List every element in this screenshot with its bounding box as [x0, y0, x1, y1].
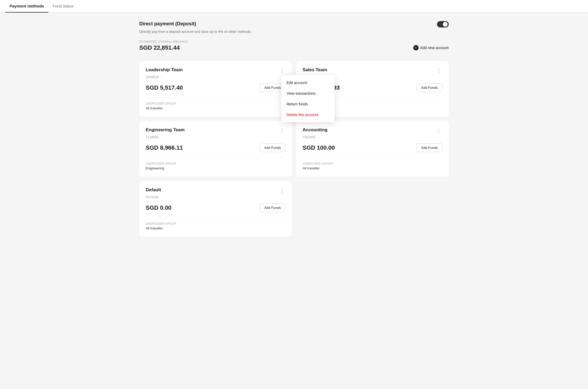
- add-funds-button-default[interactable]: Add Funds: [260, 203, 285, 212]
- card-header-engineering: Engineering Team ⋮: [146, 127, 285, 134]
- add-account-label: Add new account: [420, 46, 449, 50]
- card-divider-default: [146, 217, 285, 218]
- dropdown-item-return-funds[interactable]: Return funds: [281, 99, 335, 109]
- plus-circle-icon: +: [413, 45, 419, 50]
- section-title: Direct payment (Deposit): [139, 21, 196, 27]
- card-amount-row-leadership: SGD 5,517.40 Add Funds: [146, 83, 285, 92]
- card-amount-row-default: SGD 0.00 Add Funds: [146, 203, 285, 212]
- balance-row: ESTIMATED OVERALL BALANCE SGD 22,851.44 …: [139, 40, 449, 55]
- balance-label: ESTIMATED OVERALL BALANCE: [139, 40, 188, 43]
- dropdown-item-edit-account[interactable]: Edit account: [281, 77, 335, 88]
- tabs-bar: Payment methods Fund status: [0, 0, 588, 13]
- card-name-leadership: Leadership Team: [146, 67, 183, 73]
- card-footer-value-engineering: Engineering: [146, 166, 285, 170]
- deposit-toggle[interactable]: [437, 21, 449, 27]
- add-funds-button-accounting[interactable]: Add Funds: [416, 143, 442, 152]
- card-name-accounting: Accounting: [303, 127, 328, 133]
- account-card-leadership-team: Leadership Team ⋮ Edit account View tran…: [139, 61, 292, 117]
- section-header: Direct payment (Deposit): [139, 21, 449, 27]
- card-footer-value-accounting: All traveller: [303, 166, 442, 170]
- card-footer-label-leadership: USER/USER GROUP: [146, 102, 285, 105]
- card-amount-engineering: SGD 8,966.11: [146, 144, 183, 151]
- card-id-engineering: T134509: [146, 135, 285, 139]
- card-id-default: S374100: [146, 195, 285, 199]
- tab-payment-methods[interactable]: Payment methods: [5, 0, 48, 13]
- card-id-leadership: Q306819: [146, 75, 285, 79]
- card-footer-label-default: USER/USER GROUP: [146, 222, 285, 225]
- tab-fund-status[interactable]: Fund status: [48, 0, 78, 13]
- card-name-sales: Sales Team: [303, 67, 327, 73]
- balance-section: ESTIMATED OVERALL BALANCE SGD 22,851.44: [139, 40, 188, 51]
- card-header-accounting: Accounting ⋮: [303, 127, 442, 134]
- account-card-engineering-team: Engineering Team ⋮ T134509 SGD 8,966.11 …: [139, 121, 292, 177]
- card-footer-value-default: All traveller: [146, 226, 285, 230]
- card-amount-accounting: SGD 100.00: [303, 144, 335, 151]
- account-card-default: Default ⋮ S374100 SGD 0.00 Add Funds USE…: [139, 181, 292, 237]
- add-funds-button-sales[interactable]: Add Funds: [416, 83, 442, 92]
- card-divider-engineering: [146, 157, 285, 158]
- menu-button-default[interactable]: ⋮: [279, 187, 285, 194]
- card-name-engineering: Engineering Team: [146, 127, 185, 133]
- add-funds-button-engineering[interactable]: Add Funds: [260, 143, 285, 152]
- dropdown-item-delete-account[interactable]: Delete this account: [281, 109, 335, 120]
- accounts-grid: Leadership Team ⋮ Edit account View tran…: [139, 61, 449, 237]
- card-name-default: Default: [146, 187, 161, 193]
- menu-button-leadership[interactable]: ⋮: [279, 67, 285, 74]
- add-account-button[interactable]: + Add new account: [413, 45, 449, 50]
- dropdown-item-view-transactions[interactable]: View transactions: [281, 88, 335, 99]
- card-header-sales: Sales Team ⋮: [303, 67, 442, 74]
- card-divider-leadership: [146, 97, 285, 98]
- card-amount-leadership: SGD 5,517.40: [146, 84, 183, 91]
- menu-button-sales[interactable]: ⋮: [435, 67, 442, 74]
- balance-amount: SGD 22,851.44: [139, 44, 188, 51]
- account-card-accounting: Accounting ⋮ Y912692 SGD 100.00 Add Fund…: [296, 121, 449, 177]
- card-menu-wrapper-leadership: ⋮ Edit account View transactions Return …: [279, 67, 285, 74]
- menu-button-engineering[interactable]: ⋮: [279, 127, 285, 134]
- card-footer-label-accounting: USER/USER GROUP: [303, 162, 442, 165]
- card-footer-value-leadership: All traveller: [146, 106, 285, 110]
- menu-button-accounting[interactable]: ⋮: [435, 127, 442, 134]
- section-description: Directly pay from a deposit account and …: [139, 30, 449, 34]
- card-amount-row-engineering: SGD 8,966.11 Add Funds: [146, 143, 285, 152]
- card-divider-accounting: [303, 157, 442, 158]
- card-footer-label-engineering: USER/USER GROUP: [146, 162, 285, 165]
- dropdown-menu-leadership: Edit account View transactions Return fu…: [281, 75, 335, 122]
- main-content: Direct payment (Deposit) Directly pay fr…: [134, 13, 454, 245]
- card-header-leadership: Leadership Team ⋮ Edit account View tran…: [146, 67, 285, 74]
- card-id-accounting: Y912692: [303, 135, 442, 139]
- card-amount-default: SGD 0.00: [146, 204, 172, 211]
- card-header-default: Default ⋮: [146, 187, 285, 194]
- card-amount-row-accounting: SGD 100.00 Add Funds: [303, 143, 442, 152]
